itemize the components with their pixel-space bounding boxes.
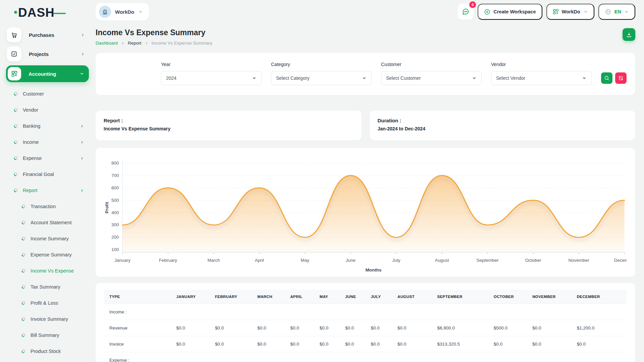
filter-actions <box>601 72 627 85</box>
row-value: $0.0 <box>392 320 432 336</box>
year-filter: Year2024 <box>161 62 262 85</box>
column-header: APRIL <box>285 290 314 304</box>
language-selector[interactable]: EN <box>598 4 635 20</box>
chevron-down-icon <box>252 76 257 80</box>
circle-bullet-icon <box>14 172 18 176</box>
sidebar-item-invoice-summary[interactable]: Invoice Summary <box>6 311 89 327</box>
row-value: $0.0 <box>488 336 527 352</box>
circle-bullet-icon <box>21 269 25 273</box>
sidebar-item-cash-flow[interactable]: Cash Flow <box>6 359 89 362</box>
messages-badge: 0 <box>469 1 476 8</box>
sidebar-item-product-stock[interactable]: Product Stock <box>6 343 89 359</box>
svg-text:May: May <box>301 258 310 263</box>
check-square-icon <box>7 47 21 61</box>
sidebar-item-bill-summary[interactable]: Bill Summary <box>6 327 89 343</box>
row-value: $0.0 <box>252 336 285 352</box>
row-value: $0.0 <box>314 336 340 352</box>
create-workspace-button[interactable]: Create Workspace <box>478 4 542 20</box>
sidebar-item-income-summary[interactable]: Income Summary <box>6 231 89 247</box>
circle-bullet-icon <box>21 237 25 241</box>
breadcrumb-dashboard[interactable]: Dashboard <box>96 41 118 46</box>
row-value: $0.0 <box>285 320 314 336</box>
reset-filter-button[interactable] <box>615 72 627 84</box>
sidebar-item-income-vs-expense[interactable]: Income Vs Expense <box>6 263 89 279</box>
sidebar-item-expense-summary[interactable]: Expense Summary <box>6 247 89 263</box>
row-value: $0.0 <box>527 320 572 336</box>
workspace-selector[interactable]: WorkDo <box>96 3 149 20</box>
row-value: $0.0 <box>314 320 340 336</box>
sidebar-item-label: Report <box>23 188 38 193</box>
row-value: $0.0 <box>365 336 392 352</box>
download-report-button[interactable] <box>623 28 635 41</box>
row-value: $0.0 <box>210 320 252 336</box>
row-value: $0.0 <box>210 336 252 352</box>
sidebar-item-customer[interactable]: Customer <box>6 86 89 102</box>
download-icon <box>626 32 632 38</box>
row-value: $0.0 <box>171 336 210 352</box>
chevron-down-icon <box>624 9 629 14</box>
workdo-menu-button[interactable]: WorkDo <box>546 4 594 20</box>
sidebar-item-projects[interactable]: Projects <box>6 46 89 62</box>
customer-label: Customer <box>381 62 482 67</box>
chevron-down-icon <box>362 76 367 80</box>
sidebar-item-label: Invoice Summary <box>31 316 68 322</box>
vendor-select[interactable]: Select Vendor <box>491 71 592 85</box>
sidebar-item-label: Accounting <box>29 71 56 77</box>
chevron-down-icon <box>472 76 477 80</box>
category-select[interactable]: Select Category <box>271 71 372 85</box>
app-root: DASH— PurchasesProjectsAccountingCustome… <box>0 0 644 362</box>
apply-filter-button[interactable] <box>601 72 612 84</box>
chevron-right-icon <box>80 124 84 128</box>
column-header: MAY <box>314 290 340 304</box>
svg-text:July: July <box>392 258 400 263</box>
sidebar-item-profit-loss[interactable]: Profit & Loss <box>6 295 89 311</box>
sidebar-item-label: Income Summary <box>31 236 69 241</box>
sidebar-item-label: Projects <box>29 51 49 57</box>
app-logo[interactable]: DASH— <box>6 0 89 23</box>
circle-bullet-icon <box>14 156 18 160</box>
row-value: $0.0 <box>285 336 314 352</box>
sidebar-item-expense[interactable]: Expense <box>6 150 89 166</box>
main-content: WorkDo 0 Create Workspace <box>95 0 644 362</box>
svg-text:April: April <box>255 258 264 263</box>
sidebar-item-banking[interactable]: Banking <box>6 118 89 134</box>
filter-card: Year2024CategorySelect CategoryCustomerS… <box>96 53 635 95</box>
sidebar-item-label: Tax Summary <box>31 284 60 290</box>
column-header: AUGUST <box>392 290 432 304</box>
column-header: NOVEMBER <box>527 290 572 304</box>
sidebar-item-accounting[interactable]: Accounting <box>6 65 89 82</box>
breadcrumb-report[interactable]: Report <box>128 41 142 46</box>
building-icon <box>99 6 111 18</box>
svg-text:January: January <box>114 258 130 263</box>
sidebar-item-income[interactable]: Income <box>6 134 89 150</box>
svg-text:400: 400 <box>111 210 119 215</box>
circle-plus-icon <box>484 9 490 15</box>
sidebar-item-label: Purchases <box>29 32 54 38</box>
svg-text:October: October <box>525 258 541 263</box>
column-header: FEBRUARY <box>210 290 252 304</box>
column-header: JUNE <box>340 290 365 304</box>
row-value: $500.0 <box>488 320 527 336</box>
svg-text:August: August <box>435 258 449 263</box>
year-select[interactable]: 2024 <box>161 71 262 85</box>
circle-bullet-icon <box>21 349 25 353</box>
sidebar-item-report[interactable]: Report <box>6 182 89 198</box>
vendor-filter: VendorSelect Vendor <box>491 62 592 85</box>
svg-text:100: 100 <box>111 247 119 252</box>
sidebar-item-account-statement[interactable]: Account Statement <box>6 215 89 231</box>
circle-bullet-icon <box>21 204 25 208</box>
customer-select[interactable]: Select Customer <box>381 71 482 85</box>
sidebar-item-label: Customer <box>23 91 44 97</box>
svg-text:Months: Months <box>365 267 381 273</box>
sidebar-item-transaction[interactable]: Transaction <box>6 198 89 215</box>
chevron-down-icon <box>138 9 143 14</box>
row-value: $0.0 <box>392 336 432 352</box>
messages-button[interactable]: 0 <box>458 4 474 20</box>
circle-bullet-icon <box>21 285 25 289</box>
sidebar-item-vendor[interactable]: Vendor <box>6 102 89 118</box>
row-type: Revenue <box>104 320 171 336</box>
sidebar-item-financial-goal[interactable]: Financial Goal <box>6 166 89 182</box>
sidebar-item-purchases[interactable]: Purchases <box>6 27 89 43</box>
sidebar-item-tax-summary[interactable]: Tax Summary <box>6 279 89 295</box>
sidebar-item-label: Vendor <box>23 107 38 113</box>
